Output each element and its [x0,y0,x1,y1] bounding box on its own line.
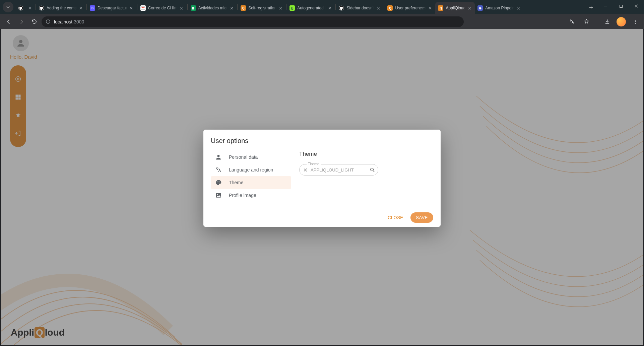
browser-tab[interactable]: QAppliQloud [435,2,475,14]
option-label: Theme [229,180,244,185]
browser-toolbar: localhost:3000 [0,14,644,29]
url-text: localhost:3000 [54,19,84,24]
dialog-actions: CLOSE SAVE [211,212,433,223]
tab-close-icon[interactable] [516,5,521,11]
tab-title: User preferences [395,6,426,10]
theme-field: Theme [299,164,378,176]
tab-strip: Adding the compSDescargar facturCorreo d… [0,0,644,14]
theme-input[interactable] [311,167,367,172]
option-language[interactable]: Language and region [211,163,291,176]
tab-title: Self-registration [248,6,276,10]
menu-icon[interactable] [630,16,641,27]
svg-point-22 [217,194,218,195]
maximize-button[interactable] [613,0,629,12]
svg-point-20 [219,182,220,182]
tab-favicon [39,5,44,11]
tab-favicon [140,5,146,11]
option-theme[interactable]: Theme [211,176,291,189]
translate-icon [215,166,222,173]
browser-tab[interactable]: Sidebar doesn't [336,2,384,14]
tab-close-icon[interactable] [278,5,283,11]
tab-favicon: S [90,5,95,11]
tab-favicon: Q [387,5,393,11]
palette-icon [215,179,222,186]
person-icon [215,154,222,160]
translate-icon[interactable] [566,16,577,27]
app-viewport: Hello, David AppliQloud User options Per… [1,29,643,345]
tab-title: AppliQloud [446,6,465,10]
svg-point-17 [217,182,217,182]
dialog-title: User options [211,137,433,145]
tab-favicon [339,5,344,11]
browser-tab[interactable]: ◉Amazon Pinpoin [475,2,524,14]
tab-search-button[interactable] [3,2,13,12]
tab-favicon: ◉ [477,5,483,11]
tab-favicon: Q [241,5,246,11]
forward-button[interactable] [16,16,27,27]
address-bar[interactable]: localhost:3000 [42,16,464,27]
svg-point-18 [217,181,218,182]
bookmark-icon[interactable] [581,16,592,27]
svg-point-16 [217,155,220,157]
tab-title: Correo de GHIm [148,6,178,10]
user-options-dialog: User options Personal data Language and … [203,130,441,227]
tab-close-icon[interactable] [179,5,184,11]
svg-point-7 [635,21,636,22]
save-button[interactable]: SAVE [410,212,433,223]
tab-title: Descargar factur [98,6,127,10]
back-button[interactable] [3,16,14,27]
tab-favicon [18,5,23,11]
svg-point-19 [219,181,219,182]
downloads-icon[interactable] [602,16,613,27]
browser-tab[interactable]: Adding the comp [36,2,86,14]
site-info-icon[interactable] [46,19,51,24]
tab-title: Amazon Pinpoin [485,6,514,10]
search-icon[interactable] [370,167,375,173]
option-personal-data[interactable]: Personal data [211,151,291,163]
tab-favicon: Q [438,5,443,11]
theme-panel: Theme Theme [291,151,433,208]
tab-title: Autogenerated | [297,6,326,10]
clear-icon[interactable] [303,167,308,172]
tab-title: Sidebar doesn't [346,6,374,10]
tab-title: Actividades micr [198,6,228,10]
option-label: Personal data [229,154,258,160]
browser-tab[interactable]: ▦Actividades micr [188,2,237,14]
tab-title: Adding the comp [47,6,77,10]
tab-close-icon[interactable] [327,5,332,11]
svg-rect-4 [620,5,622,7]
profile-avatar-button[interactable] [617,17,626,26]
tab-close-icon[interactable] [427,5,433,11]
option-label: Profile image [229,193,256,198]
svg-point-6 [635,20,636,20]
tab-close-icon[interactable] [129,5,134,11]
tab-close-icon[interactable] [467,5,472,11]
tab-close-icon[interactable] [78,5,83,11]
browser-tab[interactable]: SDescargar factur [87,2,137,14]
new-tab-button[interactable] [586,3,596,12]
svg-point-23 [371,168,374,171]
browser-tab[interactable] [15,2,35,14]
panel-title: Theme [299,151,433,157]
svg-point-8 [635,23,636,23]
option-label: Language and region [229,167,273,172]
tab-close-icon[interactable] [376,5,381,11]
tab-close-icon[interactable] [229,5,234,11]
minimize-button[interactable] [598,0,613,12]
tab-favicon: ▦ [191,5,196,11]
close-button[interactable]: CLOSE [384,212,407,223]
tab-close-icon[interactable] [27,5,33,11]
option-profile-image[interactable]: Profile image [211,189,291,202]
window-controls [598,0,644,14]
theme-field-legend: Theme [307,162,321,166]
options-list: Personal data Language and region Theme … [211,151,291,208]
browser-tab[interactable]: Correo de GHIm [138,2,187,14]
browser-tab[interactable]: {}Autogenerated | [287,2,335,14]
modal-overlay[interactable]: User options Personal data Language and … [1,29,643,345]
browser-chrome: Adding the compSDescargar facturCorreo d… [0,0,644,29]
tab-favicon: {} [289,5,295,11]
close-window-button[interactable] [629,0,644,12]
browser-tab[interactable]: QUser preferences [385,2,435,14]
reload-button[interactable] [29,16,40,27]
browser-tab[interactable]: QSelf-registration [238,2,286,14]
